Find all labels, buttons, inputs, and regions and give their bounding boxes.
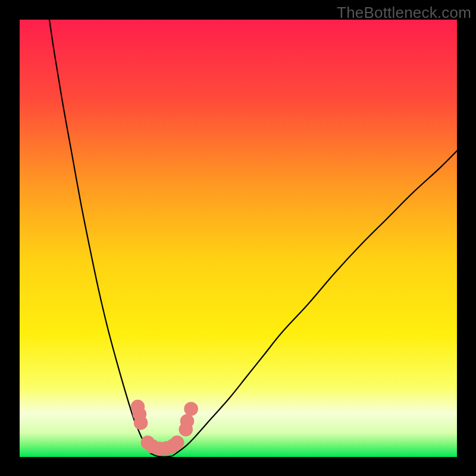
gradient-background	[20, 20, 457, 457]
left-marker-3	[134, 416, 148, 430]
right-marker-3	[180, 414, 195, 428]
right-marker-4	[184, 402, 198, 416]
chart-svg	[20, 20, 457, 457]
right-marker-1	[170, 436, 184, 450]
plot-area	[20, 20, 457, 457]
chart-container: TheBottleneck.com	[0, 0, 476, 476]
